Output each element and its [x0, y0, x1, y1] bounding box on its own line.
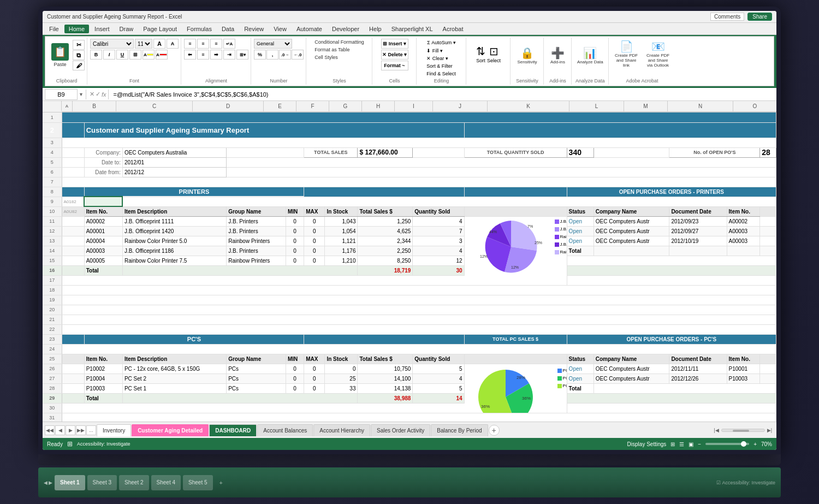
align-right-button[interactable]: ➡ [210, 50, 222, 60]
font-color-button[interactable]: A [156, 50, 168, 60]
tab-scrollbar-left[interactable]: |◀ [714, 428, 719, 433]
font-name-select[interactable]: Calibri [90, 39, 134, 49]
number-format-select[interactable]: General [254, 39, 292, 49]
view-normal-button[interactable]: ⊞ [670, 441, 675, 447]
tab-scrollbar[interactable] [721, 429, 765, 432]
menu-file[interactable]: File [45, 25, 63, 33]
accessibility-text[interactable]: Accessibility: Investigate [77, 441, 130, 447]
share-button[interactable]: Share [747, 13, 772, 21]
format-painter-button[interactable]: 🖌 [73, 61, 85, 70]
tab-nav-last[interactable]: ▶▶ [76, 425, 86, 435]
function-button[interactable]: fx [102, 91, 106, 98]
align-top-left-button[interactable]: ≡ [184, 39, 196, 49]
second-tab-sheet5[interactable]: Sheet 5 [183, 475, 212, 490]
tab-account-hierarchy[interactable]: Account Hierarchy [313, 424, 370, 436]
find-select-button[interactable]: Find & Select [426, 70, 456, 77]
align-center-button[interactable]: ≡ [197, 50, 209, 60]
menu-formulas[interactable]: Formulas [182, 25, 216, 33]
menu-review[interactable]: Review [240, 25, 268, 33]
tab-scrollbar-right[interactable]: ▶| [767, 428, 772, 433]
display-settings-button[interactable]: Display Settings [627, 441, 667, 447]
second-tab-sheet2[interactable]: Sheet 2 [119, 475, 149, 490]
merge-button[interactable]: ⊞▾ [236, 50, 248, 60]
sort-large-button[interactable]: ⇅ Sort [476, 45, 485, 63]
wrap-text-button[interactable]: ↵A [223, 39, 235, 49]
comma-button[interactable]: , [266, 50, 278, 60]
fill-color-button[interactable]: A [143, 50, 155, 60]
align-top-right-button[interactable]: ≡ [210, 39, 222, 49]
tab-dashboard[interactable]: DASHBOARD [209, 424, 257, 436]
zoom-slider[interactable] [705, 443, 749, 445]
second-tab-sheet1[interactable]: Sheet 1 [55, 475, 85, 490]
cell-styles-button[interactable]: Cell Styles [314, 54, 339, 61]
tab-sales-order-activity[interactable]: Sales Order Activity [371, 424, 430, 436]
sum-button[interactable]: Σ AutoSum ▾ [426, 39, 457, 46]
menu-developer[interactable]: Developer [328, 25, 364, 33]
align-left-button[interactable]: ⬅ [184, 50, 196, 60]
tab-nav-next[interactable]: ▶ [66, 425, 75, 435]
analyze-data-button[interactable]: 📊 Analyze Data [574, 39, 606, 72]
indent-button[interactable]: ⇥ [223, 50, 235, 60]
decrease-font-button[interactable]: A [167, 39, 179, 49]
view-page-button[interactable]: ▣ [689, 441, 693, 447]
confirm-formula-button[interactable]: ✓ [96, 91, 100, 98]
create-pdf-share-button[interactable]: 📧 Create PDF and Share via Outlook [643, 38, 673, 70]
border-button[interactable]: ⊞ [129, 50, 141, 60]
tab-nav-prev[interactable]: ◀ [55, 425, 65, 435]
fill-button[interactable]: ⬇ Fill ▾ [426, 48, 443, 54]
cancel-formula-button[interactable]: ✕ [90, 91, 94, 98]
cut-button[interactable]: ✂ [73, 40, 85, 50]
font-size-select[interactable]: 11 [135, 39, 152, 49]
delete-button[interactable]: ✕ Delete ▾ [381, 50, 408, 60]
menu-page-layout[interactable]: Page Layout [139, 25, 181, 33]
menu-insert[interactable]: Insert [90, 25, 114, 33]
menu-help[interactable]: Help [365, 25, 386, 33]
add-sheet-button[interactable]: + [489, 425, 500, 436]
copy-button[interactable]: ⧉ [73, 50, 85, 60]
tab-inventory[interactable]: Inventory [97, 424, 131, 436]
zoom-plus-button[interactable]: + [753, 441, 757, 447]
tab-account-balances[interactable]: Account Balances [257, 424, 313, 436]
clear-button[interactable]: ✕ Clear ▾ [426, 55, 449, 62]
underline-button[interactable]: U [116, 50, 128, 60]
cell-reference-input[interactable] [45, 89, 78, 100]
increase-decimal-button[interactable]: .0→ [279, 50, 291, 60]
tab-customer-aging[interactable]: Customer Aging Detailed [132, 424, 209, 436]
tab-nav-first[interactable]: ◀◀ [45, 425, 55, 435]
insert-button[interactable]: ⊞ Insert ▾ [381, 39, 408, 49]
cell-ref-dropdown[interactable]: ▼ [79, 92, 84, 97]
menu-automate[interactable]: Automate [292, 25, 327, 33]
sensitivity-button[interactable]: 🔒 Sensitivity [514, 39, 539, 72]
second-nav-prev[interactable]: ◀ [44, 480, 48, 485]
menu-data[interactable]: Data [217, 25, 239, 33]
paste-button[interactable]: 📋 Paste [49, 39, 72, 72]
second-tab-sheet4[interactable]: Sheet 4 [151, 475, 181, 490]
sort-filter-button[interactable]: Sort & Filter [426, 63, 453, 69]
menu-sharperlight[interactable]: Sharperlight XL [387, 25, 437, 33]
format-as-table-button[interactable]: Format as Table [314, 46, 350, 53]
conditional-formatting-button[interactable]: Conditional Formatting [314, 39, 365, 45]
bold-button[interactable]: B [90, 50, 102, 60]
menu-draw[interactable]: Draw [115, 25, 138, 33]
menu-home[interactable]: Home [64, 25, 89, 33]
zoom-minus-button[interactable]: − [698, 441, 701, 447]
select-large-button[interactable]: ⊡ Select [487, 45, 501, 63]
view-layout-button[interactable]: ☰ [679, 441, 684, 447]
menu-view[interactable]: View [269, 25, 291, 33]
align-top-center-button[interactable]: ≡ [197, 39, 209, 49]
spreadsheet-scroll[interactable]: 1 2 Customer and Supplier Ageing Summary… [43, 112, 776, 422]
addins-button[interactable]: ➕ Add-ins [548, 39, 568, 72]
format-button[interactable]: Format ~ [381, 61, 408, 70]
formula-input[interactable] [111, 89, 774, 100]
percent-button[interactable]: % [254, 50, 266, 60]
second-tab-sheet3[interactable]: Sheet 3 [87, 475, 117, 490]
comments-button[interactable]: Comments [710, 13, 744, 21]
menu-acrobat[interactable]: Acrobat [438, 25, 468, 33]
tab-nav-more[interactable]: ... [86, 425, 96, 435]
decrease-decimal-button[interactable]: ←.0 [292, 50, 304, 60]
second-nav-next[interactable]: ▶ [49, 480, 52, 485]
selected-cell-b9[interactable] [84, 197, 122, 206]
italic-button[interactable]: I [103, 50, 115, 60]
increase-font-button[interactable]: A [153, 39, 165, 49]
tab-balance-by-period[interactable]: Balance By Period [431, 424, 488, 436]
